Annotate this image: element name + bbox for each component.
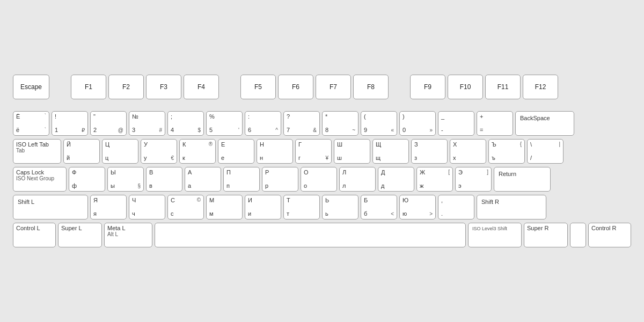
key-о[interactable]: О о bbox=[301, 167, 337, 192]
key-f3[interactable]: F3 bbox=[146, 75, 181, 99]
key-f6[interactable]: F6 bbox=[278, 75, 313, 99]
key-к[interactable]: К® к bbox=[179, 139, 216, 164]
key-f9[interactable]: F9 bbox=[410, 75, 445, 99]
key-щ[interactable]: Щ щ bbox=[372, 139, 409, 164]
key-yo[interactable]: Ё` ё` bbox=[13, 111, 49, 136]
caps-row: Caps Lock ISO Next Group Ф ф Ы ы§ В в А … bbox=[13, 167, 631, 192]
key-ъ[interactable]: Ъ{ ъ bbox=[488, 139, 525, 164]
key-f2[interactable]: F2 bbox=[108, 75, 144, 99]
key-у[interactable]: У у€ bbox=[141, 139, 177, 164]
key-ctrl-left[interactable]: Control L bbox=[13, 223, 56, 247]
key-в[interactable]: В в bbox=[146, 167, 182, 192]
key-3[interactable]: № 3# bbox=[129, 111, 165, 136]
key-capslock[interactable]: Caps Lock ISO Next Group bbox=[13, 167, 67, 192]
key-ф[interactable]: Ф ф bbox=[69, 167, 105, 192]
key-и[interactable]: И и bbox=[245, 195, 281, 219]
key-с[interactable]: С© с bbox=[167, 195, 204, 219]
key-д[interactable]: Д д bbox=[378, 167, 414, 192]
number-row: Ё` ё` ! 1₽ " 2@ № 3# ; 4$ % 5' : 6^ ? 7& bbox=[13, 111, 631, 136]
key-f7[interactable]: F7 bbox=[316, 75, 351, 99]
key-meta-left[interactable]: Meta L Alt L bbox=[104, 223, 152, 247]
key-9[interactable]: ( 9« bbox=[361, 111, 397, 136]
key-ж[interactable]: Ж[ ж bbox=[416, 167, 453, 192]
key-ш[interactable]: Ш ш bbox=[334, 139, 370, 164]
key-э[interactable]: Э] э bbox=[455, 167, 492, 192]
key-п[interactable]: П п bbox=[223, 167, 260, 192]
function-row: Escape F1 F2 F3 F4 F5 F6 F7 F8 F9 bbox=[13, 75, 631, 99]
key-escape[interactable]: Escape bbox=[13, 75, 49, 99]
key-return[interactable]: Return bbox=[494, 167, 551, 192]
bottom-row: Control L Super L Meta L Alt L ISO Level… bbox=[13, 223, 631, 247]
key-4[interactable]: ; 4$ bbox=[167, 111, 204, 136]
key-8[interactable]: * 8~ bbox=[322, 111, 358, 136]
key-а[interactable]: А а bbox=[185, 167, 221, 192]
key-ч[interactable]: Ч ч bbox=[129, 195, 165, 219]
key-е[interactable]: Е е bbox=[218, 139, 254, 164]
key-period[interactable]: , . bbox=[438, 195, 474, 219]
key-5[interactable]: % 5' bbox=[206, 111, 243, 136]
key-f10[interactable]: F10 bbox=[448, 75, 483, 99]
key-backspace[interactable]: BackSpace bbox=[515, 111, 574, 136]
key-ы[interactable]: Ы ы§ bbox=[107, 167, 144, 192]
key-ц[interactable]: Ц ц bbox=[102, 139, 138, 164]
key-х[interactable]: Х х bbox=[450, 139, 486, 164]
key-г[interactable]: Г г¥ bbox=[295, 139, 332, 164]
key-м[interactable]: М м bbox=[206, 195, 243, 219]
key-iso-level3[interactable]: ISO Level3 Shift bbox=[468, 223, 522, 247]
key-6[interactable]: : 6^ bbox=[245, 111, 281, 136]
key-2[interactable]: " 2@ bbox=[90, 111, 127, 136]
key-space[interactable] bbox=[155, 223, 466, 247]
tab-row: ISO Left Tab Tab Й й Ц ц У у€ К® к Е е Н… bbox=[13, 139, 631, 164]
key-tab[interactable]: ISO Left Tab Tab bbox=[13, 139, 61, 164]
key-minus[interactable]: _ - bbox=[438, 111, 474, 136]
key-f8[interactable]: F8 bbox=[353, 75, 389, 99]
key-л[interactable]: Л л bbox=[339, 167, 376, 192]
key-shift-left[interactable]: Shift L bbox=[13, 195, 88, 219]
key-1[interactable]: ! 1₽ bbox=[52, 111, 88, 136]
key-blank[interactable] bbox=[570, 223, 586, 247]
key-ь[interactable]: Ь ь bbox=[322, 195, 358, 219]
key-0[interactable]: ) 0» bbox=[399, 111, 436, 136]
key-й[interactable]: Й й bbox=[63, 139, 100, 164]
key-т[interactable]: Т т bbox=[283, 195, 320, 219]
keyboard: Escape F1 F2 F3 F4 F5 F6 F7 F8 F9 bbox=[5, 65, 639, 257]
key-б[interactable]: Б б< bbox=[361, 195, 397, 219]
key-super-left[interactable]: Super L bbox=[58, 223, 102, 247]
key-shift-right[interactable]: Shift R bbox=[477, 195, 546, 219]
key-f11[interactable]: F11 bbox=[485, 75, 521, 99]
key-f4[interactable]: F4 bbox=[184, 75, 219, 99]
key-н[interactable]: Н н bbox=[257, 139, 293, 164]
key-р[interactable]: Р р bbox=[262, 167, 298, 192]
key-ctrl-right[interactable]: Control R bbox=[588, 223, 631, 247]
key-f5[interactable]: F5 bbox=[240, 75, 276, 99]
key-f1[interactable]: F1 bbox=[71, 75, 106, 99]
key-ю[interactable]: Ю ю> bbox=[399, 195, 436, 219]
key-7[interactable]: ? 7& bbox=[283, 111, 320, 136]
key-я[interactable]: Я я bbox=[90, 195, 127, 219]
key-super-right[interactable]: Super R bbox=[524, 223, 568, 247]
key-backslash[interactable]: \| / bbox=[527, 139, 564, 164]
shift-row: Shift L Я я Ч ч С© с М м И и Т т Ь ь bbox=[13, 195, 631, 219]
key-з[interactable]: З з bbox=[411, 139, 448, 164]
key-equal[interactable]: + = bbox=[477, 111, 513, 136]
key-f12[interactable]: F12 bbox=[523, 75, 558, 99]
